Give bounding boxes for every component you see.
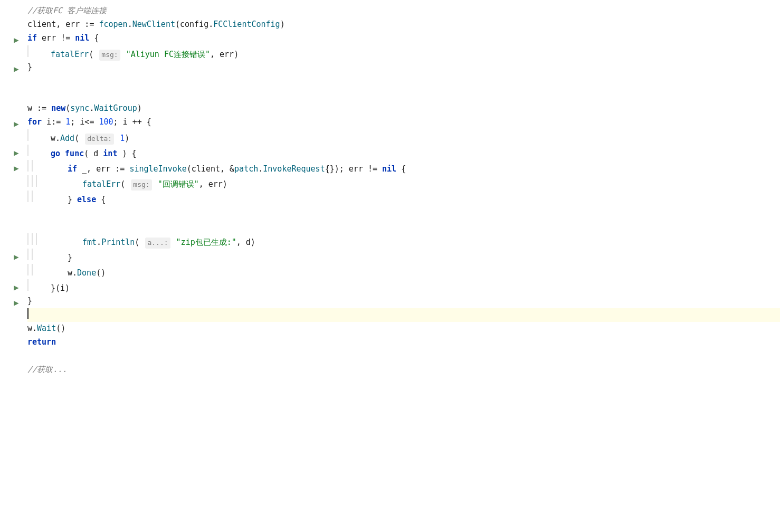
bookmark-icon-8: ▶ — [14, 296, 19, 310]
code-line-brace-1: ▶ } — [27, 61, 780, 74]
bookmark-icon-3: ▶ — [14, 117, 19, 131]
bookmark-icon-4: ▶ — [14, 146, 19, 160]
code-line-brace-else: ▶ } — [27, 249, 780, 264]
editor-gutter — [0, 0, 17, 532]
code-line-wadd: w.Add( delta: 1) — [27, 129, 780, 145]
code-line-wdone: w.Done() — [27, 264, 780, 279]
code-line-for: ▶ for i:= 1; i<= 100; i ++ { — [27, 116, 780, 129]
code-line-cursor — [27, 308, 780, 322]
code-line-w-new: w := new(sync.WaitGroup) — [27, 102, 780, 116]
code-line-fatalerr-2: fatalErr( msg: "回调错误", err) — [27, 175, 780, 191]
code-line-empty-end — [27, 349, 780, 363]
code-line-else: } else { — [27, 191, 780, 206]
bookmark-icon-5: ▶ — [14, 162, 19, 175]
bookmark-icon-6: ▶ — [14, 250, 19, 264]
bookmark-icon-7: ▶ — [14, 281, 19, 294]
code-line-wwait: w.Wait() — [27, 322, 780, 336]
bookmark-icon-1: ▶ — [14, 33, 19, 47]
code-area[interactable]: //获取FC 客户端连接 client, err := fcopen.NewCl… — [17, 0, 780, 532]
code-line-empty-4 — [27, 220, 780, 233]
code-line-brace-for: ▶ } — [27, 294, 780, 308]
text-cursor — [27, 308, 28, 319]
code-line-func-call: ▶ }(i) — [27, 279, 780, 294]
code-line-client: client, err := fcopen.NewClient(config.F… — [27, 18, 780, 32]
code-line-fatalerr-1: fatalErr( msg: "Aliyun FC连接错误", err) — [27, 45, 780, 61]
code-line-return: return — [27, 336, 780, 349]
code-line-println: fmt.Println( a...: "zip包已生成:", d) — [27, 233, 780, 249]
code-line-comment-1: //获取FC 客户端连接 — [27, 4, 780, 18]
code-line-empty-1 — [27, 74, 780, 88]
editor: //获取FC 客户端连接 client, err := fcopen.NewCl… — [0, 0, 780, 532]
code-line-if-single: ▶ if _, err := singleInvoke(client, &pat… — [27, 160, 780, 175]
code-line-comment-end: //获取... — [27, 363, 780, 377]
code-line-empty-3 — [27, 206, 780, 220]
code-line-if-err: ▶ if err != nil { — [27, 32, 780, 45]
bookmark-icon-2: ▶ — [14, 62, 19, 76]
code-line-go-func: ▶ go func( d int ) { — [27, 145, 780, 160]
code-line-empty-2 — [27, 88, 780, 102]
